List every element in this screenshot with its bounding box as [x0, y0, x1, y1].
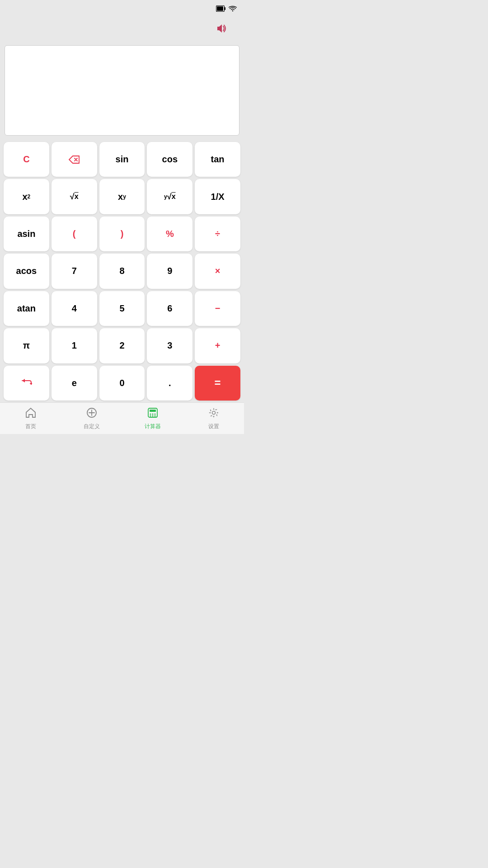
sound-icon[interactable] — [216, 24, 228, 36]
keypad: C sincostanx2√xxyy√x1/Xasin()%÷acos789×a… — [0, 139, 244, 402]
svg-point-14 — [212, 411, 215, 414]
header-actions — [216, 24, 235, 36]
key-6[interactable]: 6 — [147, 291, 192, 326]
key-square[interactable]: x2 — [4, 179, 49, 214]
custom-icon — [86, 407, 98, 421]
nav-label-settings: 设置 — [208, 423, 219, 430]
svg-point-10 — [154, 413, 155, 415]
key-3[interactable]: 3 — [147, 328, 192, 363]
key-sin[interactable]: sin — [99, 142, 145, 177]
settings-icon — [208, 407, 220, 421]
key-pi[interactable]: π — [4, 328, 49, 363]
status-icons — [216, 5, 237, 13]
home-icon — [25, 407, 37, 421]
nav-label-custom: 自定义 — [84, 423, 100, 430]
key-0[interactable]: 0 — [99, 366, 145, 401]
key-divide[interactable]: ÷ — [195, 217, 240, 251]
svg-point-9 — [152, 413, 153, 415]
nav-label-home: 首页 — [25, 423, 36, 430]
battery-icon — [216, 5, 226, 13]
key-row-6: e0.= — [4, 366, 240, 401]
key-7[interactable]: 7 — [52, 254, 97, 288]
key-row-1: x2√xxyy√x1/X — [4, 179, 240, 214]
key-reciprocal[interactable]: 1/X — [195, 179, 240, 214]
key-lparen[interactable]: ( — [52, 217, 97, 251]
nav-item-settings[interactable]: 设置 — [183, 407, 244, 430]
key-4[interactable]: 4 — [52, 291, 97, 326]
status-bar — [0, 0, 244, 18]
svg-point-12 — [152, 415, 153, 416]
nav-label-calculator: 计算器 — [145, 423, 161, 430]
key-equals[interactable]: = — [195, 366, 240, 401]
calculator-icon — [147, 407, 159, 421]
key-8[interactable]: 8 — [99, 254, 145, 288]
key-5[interactable]: 5 — [99, 291, 145, 326]
key-subtract[interactable]: − — [195, 291, 240, 326]
key-row-5: π123+ — [4, 328, 240, 363]
svg-rect-1 — [217, 6, 223, 11]
key-decimal[interactable]: . — [147, 366, 192, 401]
header — [0, 18, 244, 42]
key-row-4: atan456− — [4, 291, 240, 326]
key-sqrt[interactable]: √x — [52, 179, 97, 214]
key-rparen[interactable]: ) — [99, 217, 145, 251]
key-1[interactable]: 1 — [52, 328, 97, 363]
key-row-2: asin()%÷ — [4, 217, 240, 251]
key-backspace[interactable] — [52, 142, 97, 177]
display-area — [5, 45, 239, 136]
svg-point-11 — [150, 415, 151, 416]
svg-rect-7 — [150, 410, 156, 412]
key-row-3: acos789× — [4, 254, 240, 288]
key-acos[interactable]: acos — [4, 254, 49, 288]
nav-item-home[interactable]: 首页 — [0, 407, 61, 430]
key-percent[interactable]: % — [147, 217, 192, 251]
nav-item-calculator[interactable]: 计算器 — [122, 407, 183, 430]
key-atan[interactable]: atan — [4, 291, 49, 326]
nav-item-custom[interactable]: 自定义 — [61, 407, 122, 430]
key-cos[interactable]: cos — [147, 142, 192, 177]
key-add[interactable]: + — [195, 328, 240, 363]
key-asin[interactable]: asin — [4, 217, 49, 251]
key-9[interactable]: 9 — [147, 254, 192, 288]
key-2[interactable]: 2 — [99, 328, 145, 363]
key-clear[interactable]: C — [4, 142, 49, 177]
key-multiply[interactable]: × — [195, 254, 240, 288]
key-swap[interactable] — [4, 366, 49, 401]
wifi-icon — [229, 5, 237, 13]
key-tan[interactable]: tan — [195, 142, 240, 177]
key-row-0: C sincostan — [4, 142, 240, 177]
key-yroot[interactable]: y√x — [147, 179, 192, 214]
svg-point-8 — [150, 413, 151, 415]
key-power[interactable]: xy — [99, 179, 145, 214]
key-euler[interactable]: e — [52, 366, 97, 401]
bottom-nav: 首页 自定义 计算器 设置 — [0, 402, 244, 434]
svg-point-13 — [154, 415, 155, 416]
svg-rect-2 — [225, 7, 226, 10]
